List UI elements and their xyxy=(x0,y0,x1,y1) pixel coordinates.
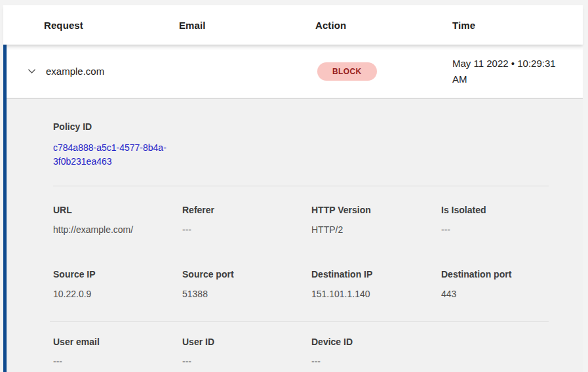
field-destination-ip: Destination IP 151.101.1.140 xyxy=(311,269,441,299)
column-header-email: Email xyxy=(179,20,315,31)
field-user-id-label: User ID xyxy=(182,337,311,347)
row-time-value: May 11 2022 • 10:29:31 AM xyxy=(452,56,569,87)
field-url: URL http://example.com/ xyxy=(53,205,182,235)
user-fields-row: User email --- User ID --- Device ID --- xyxy=(7,337,566,367)
section-divider xyxy=(53,186,549,186)
log-table: Request Email Action Time example.com BL… xyxy=(3,5,583,372)
field-user-email: User email --- xyxy=(53,337,182,367)
log-detail-panel: Policy ID c784a888-a5c1-4577-8b4a-3f0b23… xyxy=(7,98,583,371)
row-action-cell: BLOCK xyxy=(317,62,452,81)
field-is-isolated-label: Is Isolated xyxy=(441,205,566,215)
collapse-toggle[interactable] xyxy=(27,66,46,76)
field-is-isolated: Is Isolated --- xyxy=(441,205,566,235)
row-request-value: example.com xyxy=(46,66,179,77)
field-destination-port-label: Destination port xyxy=(441,269,566,279)
field-referer: Referer --- xyxy=(182,205,311,235)
field-referer-value: --- xyxy=(182,224,311,235)
field-destination-ip-value: 151.101.1.140 xyxy=(311,289,441,299)
field-is-isolated-value: --- xyxy=(441,224,566,235)
field-user-id: User ID --- xyxy=(182,337,311,367)
block-action-badge: BLOCK xyxy=(317,62,377,81)
field-empty xyxy=(441,337,566,367)
column-header-request: Request xyxy=(44,20,179,31)
policy-id-link[interactable]: c784a888-a5c1-4577-8b4a-3f0b231ea463 xyxy=(53,141,187,169)
table-header: Request Email Action Time xyxy=(3,5,583,45)
field-source-ip: Source IP 10.22.0.9 xyxy=(53,269,182,299)
field-source-ip-value: 10.22.0.9 xyxy=(53,289,182,299)
field-destination-port-value: 443 xyxy=(441,289,566,299)
column-header-action: Action xyxy=(315,20,452,31)
policy-id-label: Policy ID xyxy=(53,121,566,132)
log-row[interactable]: example.com BLOCK May 11 2022 • 10:29:31… xyxy=(7,45,583,98)
field-user-email-value: --- xyxy=(53,356,182,367)
http-fields-row: URL http://example.com/ Referer --- HTTP… xyxy=(7,205,566,235)
field-user-id-value: --- xyxy=(182,356,311,367)
field-source-ip-label: Source IP xyxy=(53,269,182,279)
field-http-version: HTTP Version HTTP/2 xyxy=(311,205,441,235)
field-device-id: Device ID --- xyxy=(311,337,441,367)
field-destination-ip-label: Destination IP xyxy=(311,269,441,279)
field-source-port-value: 51388 xyxy=(182,289,311,299)
field-device-id-label: Device ID xyxy=(311,337,441,347)
policy-id-section: Policy ID c784a888-a5c1-4577-8b4a-3f0b23… xyxy=(53,121,566,169)
network-fields-row: Source IP 10.22.0.9 Source port 51388 De… xyxy=(7,269,566,299)
field-http-version-label: HTTP Version xyxy=(311,205,441,215)
field-url-label: URL xyxy=(53,205,182,215)
expanded-log-entry: example.com BLOCK May 11 2022 • 10:29:31… xyxy=(3,45,583,372)
field-device-id-value: --- xyxy=(311,356,441,367)
field-destination-port: Destination port 443 xyxy=(441,269,566,299)
field-source-port: Source port 51388 xyxy=(182,269,311,299)
field-http-version-value: HTTP/2 xyxy=(311,224,441,235)
column-header-time: Time xyxy=(452,20,583,31)
field-referer-label: Referer xyxy=(182,205,311,215)
chevron-down-icon xyxy=(27,66,37,76)
field-user-email-label: User email xyxy=(53,337,182,347)
section-divider xyxy=(50,321,549,322)
field-url-value: http://example.com/ xyxy=(53,224,182,235)
field-source-port-label: Source port xyxy=(182,269,311,279)
